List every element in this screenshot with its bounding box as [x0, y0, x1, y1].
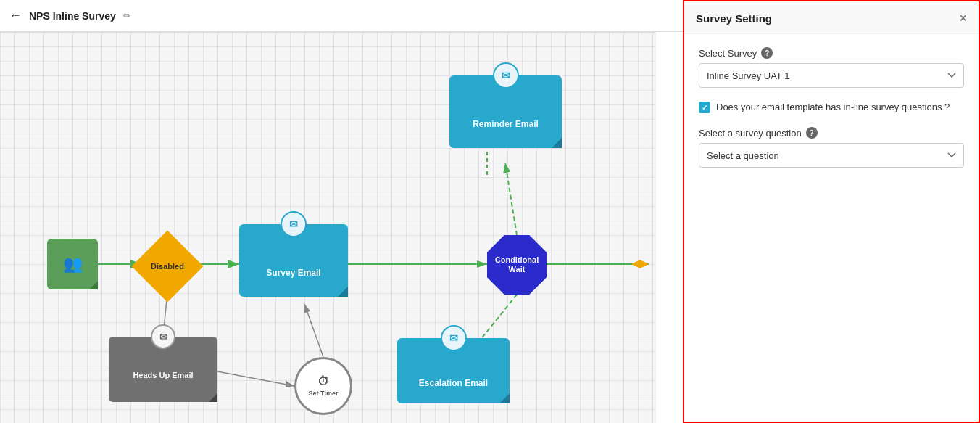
select-question-label: Select a survey question	[699, 128, 802, 139]
panel-title: Survey Setting	[696, 12, 772, 25]
panel-header: Survey Setting ×	[684, 1, 979, 34]
heads-up-label: Heads Up Email	[133, 371, 193, 379]
inline-survey-checkbox-row[interactable]: Does your email template has in-line sur…	[699, 101, 964, 114]
svg-line-12	[217, 371, 294, 386]
inline-survey-checkbox[interactable]	[699, 102, 710, 113]
workflow-canvas: 👥 Disabled ✉ Survey Email ✉ Reminder Ema…	[0, 32, 656, 423]
disabled-label: Disabled	[151, 262, 184, 271]
back-button[interactable]: ←	[9, 8, 22, 23]
heads-up-mail-icon: ✉	[151, 324, 175, 349]
disabled-node[interactable]: Disabled	[132, 231, 204, 303]
escalation-mail-icon: ✉	[441, 325, 467, 351]
reminder-email-label: Reminder Email	[473, 119, 539, 129]
survey-email-label: Survey Email	[266, 268, 320, 278]
reminder-email-node[interactable]: ✉ Reminder Email	[449, 75, 562, 148]
panel-close-button[interactable]: ×	[959, 12, 967, 25]
select-survey-label-row: Select Survey ?	[699, 47, 964, 59]
timer-icon: ⏱	[317, 375, 329, 388]
page-title: NPS Inline Survey	[29, 10, 116, 22]
svg-line-8	[505, 163, 517, 235]
escalation-email-node[interactable]: ✉ Escalation Email	[397, 338, 510, 403]
select-survey-label: Select Survey	[699, 48, 757, 59]
inline-survey-checkbox-label: Does your email template has in-line sur…	[716, 101, 950, 114]
survey-setting-panel: Survey Setting × Select Survey ? Inline …	[683, 0, 980, 423]
survey-email-mail-icon: ✉	[281, 211, 307, 237]
select-question-help-icon[interactable]: ?	[806, 127, 818, 139]
select-survey-field: Select Survey ? Inline Survey UAT 1	[699, 47, 964, 88]
question-select[interactable]: Select a question	[699, 143, 964, 168]
timer-label: Set Timer	[309, 390, 339, 397]
select-survey-help-icon[interactable]: ?	[761, 47, 773, 59]
escalation-email-label: Escalation Email	[419, 378, 488, 388]
panel-body: Select Survey ? Inline Survey UAT 1 Does…	[684, 34, 979, 194]
conditional-wait-label: ConditionalWait	[495, 255, 539, 274]
heads-up-email-node[interactable]: ✉ Heads Up Email	[109, 337, 217, 402]
survey-select[interactable]: Inline Survey UAT 1	[699, 63, 964, 88]
reminder-mail-icon: ✉	[493, 62, 519, 89]
set-timer-node[interactable]: ⏱ Set Timer	[294, 357, 352, 415]
select-question-field: Select a survey question ? Select a ques…	[699, 127, 964, 168]
survey-email-node[interactable]: ✉ Survey Email	[239, 224, 348, 297]
conditional-wait-node[interactable]: ConditionalWait	[487, 235, 547, 295]
svg-marker-7	[631, 260, 649, 268]
svg-line-13	[304, 304, 323, 357]
start-node[interactable]: 👥	[47, 239, 98, 289]
select-question-label-row: Select a survey question ?	[699, 127, 964, 139]
edit-icon[interactable]: ✏	[123, 10, 131, 21]
